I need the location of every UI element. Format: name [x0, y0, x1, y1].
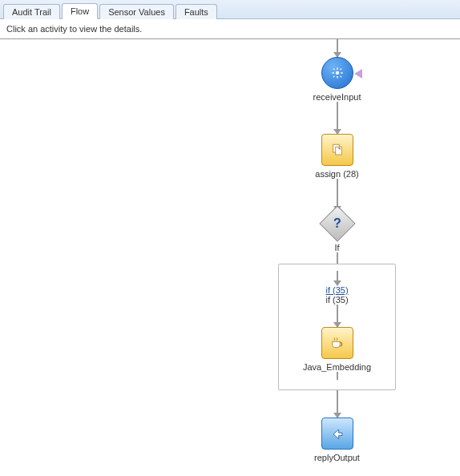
tab-bar: Audit Trail Flow Sensor Values Faults	[0, 0, 460, 19]
flow-canvas: receiveInput assign (28) ? If if (35)	[0, 39, 460, 475]
assign-label: assign (28)	[315, 169, 358, 179]
receive-node-shape	[321, 57, 353, 89]
tab-flow[interactable]: Flow	[62, 3, 98, 19]
flow-edge	[337, 39, 338, 57]
flow-edge	[337, 372, 338, 380]
flow-edge	[337, 252, 338, 264]
svg-rect-2	[337, 76, 337, 79]
svg-rect-8	[340, 75, 341, 77]
activity-reply-output[interactable]: replyOutput	[314, 418, 360, 462]
if-branch-label: if (35)	[325, 295, 348, 305]
assign-node-shape	[321, 134, 353, 166]
input-arrow-icon	[354, 69, 362, 79]
svg-rect-3	[332, 72, 334, 73]
flow-edge	[337, 305, 338, 327]
if-branch-container: if (35) if (35) Java_Embedding	[278, 264, 396, 390]
gateway-if[interactable]: ? If	[325, 211, 350, 252]
svg-rect-5	[333, 68, 334, 70]
tab-sensor-values[interactable]: Sensor Values	[99, 4, 174, 19]
activity-java-embedding[interactable]: Java_Embedding	[303, 327, 371, 372]
reply-arrow-icon	[329, 426, 345, 442]
document-copy-icon	[330, 142, 345, 158]
flow-edge	[337, 390, 338, 418]
diamond-icon: ?	[319, 205, 355, 241]
gear-icon	[331, 67, 344, 79]
svg-rect-4	[341, 72, 343, 73]
if-branch-link[interactable]: if (35)	[325, 285, 348, 295]
activity-assign[interactable]: assign (28)	[315, 134, 358, 179]
tab-faults[interactable]: Faults	[176, 4, 217, 19]
svg-point-0	[335, 71, 338, 75]
receive-label: receiveInput	[313, 92, 361, 102]
coffee-cup-icon	[329, 337, 345, 349]
svg-rect-7	[333, 75, 334, 77]
tab-audit-trail[interactable]: Audit Trail	[3, 4, 60, 19]
reply-node-shape	[321, 418, 353, 450]
reply-label: replyOutput	[314, 453, 360, 462]
if-gateway-label: If	[334, 243, 339, 252]
svg-rect-1	[337, 67, 337, 70]
hint-text: Click an activity to view the details.	[0, 19, 460, 39]
activity-receive-input[interactable]: receiveInput	[313, 57, 361, 102]
java-label: Java_Embedding	[303, 362, 371, 372]
flow-edge	[337, 271, 338, 285]
java-node-shape	[321, 327, 353, 359]
flow-edge	[337, 102, 338, 134]
svg-rect-6	[340, 68, 341, 70]
question-mark-icon: ?	[333, 216, 341, 231]
